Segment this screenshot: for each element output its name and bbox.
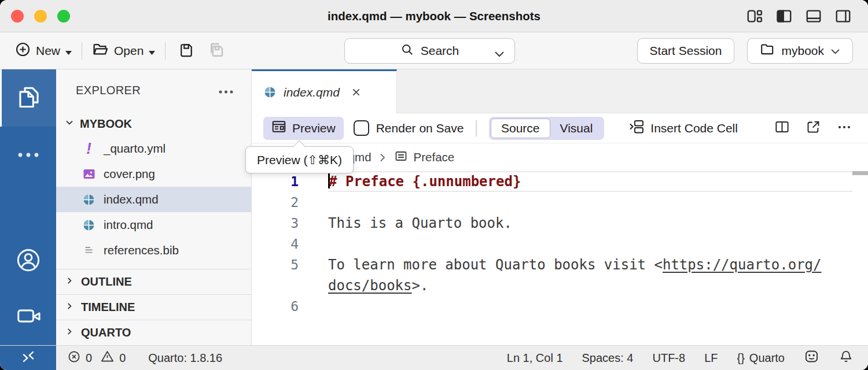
explorer-activity-item[interactable]: [0, 69, 56, 127]
plus-circle-icon: [15, 42, 31, 60]
line-content: docs/books>.: [328, 275, 852, 296]
new-button[interactable]: New: [15, 42, 72, 60]
customize-layout-icon[interactable]: [746, 8, 763, 25]
chevron-right-icon: [65, 326, 75, 339]
file-item-references.bib[interactable]: references.bib: [56, 238, 251, 263]
toggle-secondary-sidebar-icon[interactable]: [834, 8, 852, 25]
problems-indicator[interactable]: 0 0: [67, 349, 126, 367]
workspace-button[interactable]: mybook: [747, 38, 853, 64]
open-external-icon[interactable]: [806, 119, 821, 137]
bib-file-icon: [82, 243, 96, 258]
warning-icon: [100, 349, 115, 367]
close-tab-icon[interactable]: [351, 87, 362, 98]
editor-toolbar: Preview Render on Save Source Visual Ins…: [252, 113, 868, 143]
activity-bar: [0, 69, 56, 345]
save-icon[interactable]: [178, 42, 194, 60]
folder-icon: [760, 42, 775, 60]
remote-indicator[interactable]: [0, 346, 56, 370]
close-window-button[interactable]: [11, 10, 24, 23]
screen-recorder-item[interactable]: [0, 303, 56, 331]
visual-mode-button[interactable]: Visual: [550, 121, 603, 135]
open-button[interactable]: Open: [92, 41, 155, 61]
more-actions-icon[interactable]: [837, 120, 852, 137]
toolbar-divider: [476, 120, 477, 136]
file-item-cover.png[interactable]: cover.png: [56, 161, 251, 187]
line-number: 1: [252, 171, 299, 192]
scrollbar-thumb[interactable]: [852, 171, 868, 175]
quarto-file-icon: [263, 85, 277, 99]
render-on-save-checkbox[interactable]: [354, 120, 369, 136]
line-number: 3: [252, 213, 299, 234]
search-input[interactable]: Search: [344, 38, 515, 64]
line-number: 5: [252, 254, 299, 275]
save-all-icon[interactable]: [208, 41, 225, 61]
code-line[interactable]: 2: [252, 192, 868, 213]
indentation[interactable]: Spaces: 4: [582, 352, 634, 365]
caret-down-icon: [65, 44, 72, 58]
line-number: 6: [252, 296, 299, 317]
editor-group: index.qmd Preview Render on Save Source …: [252, 69, 868, 345]
line-number: [252, 275, 299, 296]
workspace-root-item[interactable]: MYBOOK: [56, 112, 251, 136]
remote-icon: [20, 349, 36, 368]
explorer-more-icon[interactable]: [218, 84, 234, 97]
account-icon: [15, 247, 42, 276]
caret-down-icon: [149, 44, 155, 58]
file-item-references.qmd[interactable]: references.qmd: [56, 263, 251, 269]
code-line[interactable]: 4: [252, 234, 868, 254]
chevron-right-icon: [65, 301, 75, 314]
source-mode-button[interactable]: Source: [491, 119, 550, 138]
explorer-title: EXPLORER: [76, 84, 141, 97]
zoom-window-button[interactable]: [57, 10, 70, 23]
file-name: intro.qmd: [104, 218, 153, 232]
line-content: [328, 192, 852, 213]
code-line[interactable]: 6: [252, 296, 868, 317]
line-content: This is a Quarto book.: [328, 213, 852, 234]
quarto-file-icon: [82, 218, 96, 232]
cursor-position[interactable]: Ln 1, Col 1: [507, 352, 563, 365]
code-editor[interactable]: 1# Preface {.unnumbered}23This is a Quar…: [252, 171, 868, 345]
language-mode[interactable]: {} Quarto: [737, 352, 785, 365]
insert-code-cell-icon: [628, 119, 645, 138]
minimize-window-button[interactable]: [34, 10, 47, 23]
feedback-smiley-icon[interactable]: [804, 349, 819, 367]
line-number: 4: [252, 234, 299, 254]
toggle-primary-sidebar-icon[interactable]: [775, 8, 793, 25]
sidebar-section-timeline[interactable]: TIMELINE: [56, 294, 251, 320]
file-item-intro.qmd[interactable]: intro.qmd: [56, 212, 251, 238]
insert-code-cell-button[interactable]: Insert Code Cell: [628, 119, 738, 138]
notifications-bell-icon[interactable]: [838, 349, 854, 367]
tab-index-qmd[interactable]: index.qmd: [252, 69, 397, 113]
chevron-down-icon: [830, 44, 840, 58]
split-editor-icon[interactable]: [774, 119, 790, 137]
video-camera-icon: [16, 303, 41, 331]
file-item-index.qmd[interactable]: index.qmd: [56, 187, 251, 212]
eol-sequence[interactable]: LF: [704, 352, 718, 365]
code-line[interactable]: 3This is a Quarto book.: [252, 213, 868, 234]
preview-button[interactable]: Preview: [263, 117, 344, 140]
account-item[interactable]: [0, 247, 56, 275]
line-content: [328, 296, 852, 317]
line-content: # Preface {.unnumbered}: [328, 171, 852, 192]
code-line[interactable]: 5To learn more about Quarto books visit …: [252, 254, 868, 275]
search-icon: [400, 43, 414, 60]
code-line[interactable]: 1# Preface {.unnumbered}: [252, 171, 868, 192]
breadcrumb-section[interactable]: Preface: [414, 150, 455, 164]
section-symbol-icon: [394, 149, 408, 166]
encoding[interactable]: UTF-8: [652, 352, 685, 365]
start-session-button[interactable]: Start Session: [637, 38, 735, 64]
braces-icon: {}: [737, 352, 744, 365]
explorer-sidebar: EXPLORER MYBOOK !_quarto.ymlcover.pngind…: [56, 69, 252, 345]
sidebar-section-outline[interactable]: OUTLINE: [56, 269, 251, 294]
toggle-panel-icon[interactable]: [805, 8, 822, 25]
sidebar-section-quarto[interactable]: QUARTO: [56, 320, 251, 345]
more-views-item[interactable]: [0, 142, 56, 168]
files-icon: [16, 84, 42, 112]
file-item-_quarto.yml[interactable]: !_quarto.yml: [56, 136, 251, 161]
code-line[interactable]: docs/books>.: [252, 275, 868, 296]
status-bar: 0 0 Quarto: 1.8.16 Ln 1, Col 1 Spaces: 4…: [0, 345, 868, 370]
window-title: index.qmd — mybook — Screenshots: [0, 9, 868, 23]
open-folder-icon: [92, 41, 109, 61]
quarto-version[interactable]: Quarto: 1.8.16: [148, 352, 222, 365]
toolbar-divider: [165, 42, 165, 60]
